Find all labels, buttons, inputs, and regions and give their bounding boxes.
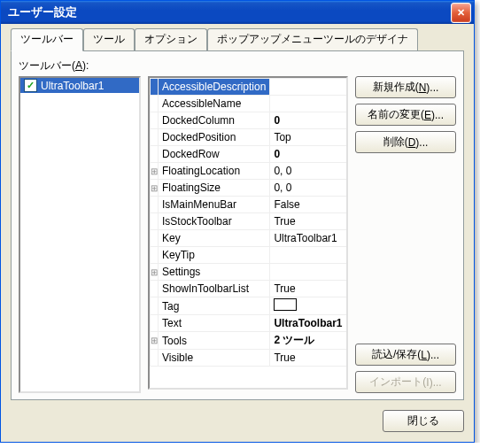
expand-spacer xyxy=(151,315,159,332)
tab-page-toolbars: ツールバー(A): ✓UltraToolbar1 AccessibleDescr… xyxy=(11,50,464,400)
property-name: AccessibleDescription xyxy=(159,79,270,96)
property-value[interactable]: 0, 0 xyxy=(270,180,346,197)
expand-spacer xyxy=(151,112,159,129)
tag-box-icon xyxy=(274,298,297,311)
property-name: Settings xyxy=(159,264,270,281)
property-row[interactable]: KeyUltraToolbar1 xyxy=(151,230,347,247)
property-name: ShowInToolbarList xyxy=(159,281,270,297)
property-value[interactable] xyxy=(270,264,346,281)
property-row[interactable]: DockedRow0 xyxy=(151,146,347,163)
property-name: DockedColumn xyxy=(159,112,270,129)
property-value[interactable] xyxy=(270,96,346,112)
property-row[interactable]: ⊞Tools2 ツール xyxy=(151,332,347,350)
property-row[interactable]: ⊞FloatingLocation0, 0 xyxy=(151,163,347,180)
close-icon[interactable]: ✕ xyxy=(451,3,471,23)
expand-spacer xyxy=(151,146,159,163)
property-value[interactable]: UltraToolbar1 xyxy=(270,315,346,332)
new-button[interactable]: 新規作成(N)... xyxy=(355,76,456,98)
tab-2[interactable]: オプション xyxy=(135,28,207,50)
property-name: DockedPosition xyxy=(159,129,270,146)
expand-spacer xyxy=(151,350,159,367)
property-row[interactable]: ⊞Settings xyxy=(151,264,347,281)
property-name: Tag xyxy=(159,297,270,315)
property-value[interactable]: 2 ツール xyxy=(270,332,346,350)
property-value[interactable]: 0 xyxy=(270,112,346,129)
property-value[interactable]: UltraToolbar1 xyxy=(270,230,346,247)
load-save-button[interactable]: 読込/保存(L)... xyxy=(355,344,456,366)
checkbox-icon[interactable]: ✓ xyxy=(24,79,37,92)
property-row[interactable]: Tag xyxy=(151,297,347,315)
list-item-label: UltraToolbar1 xyxy=(41,80,104,92)
property-value[interactable]: False xyxy=(270,197,346,213)
expand-spacer xyxy=(151,79,159,96)
property-value[interactable]: 0, 0 xyxy=(270,163,346,180)
property-name: FloatingLocation xyxy=(159,163,270,180)
button-column: 新規作成(N)... 名前の変更(E)... 削除(D)... 読込/保存(L)… xyxy=(355,76,456,393)
property-row[interactable]: TextUltraToolbar1 xyxy=(151,315,347,332)
expand-spacer xyxy=(151,297,159,315)
import-button: インポート(I)... xyxy=(355,371,456,393)
client-area: ツールバーツールオプションポップアップメニューツールのデザイナ ツールバー(A)… xyxy=(2,25,473,441)
tab-0[interactable]: ツールバー xyxy=(11,28,83,51)
property-row[interactable]: VisibleTrue xyxy=(151,350,347,367)
property-grid[interactable]: AccessibleDescriptionAccessibleNameDocke… xyxy=(148,76,348,390)
expand-icon[interactable]: ⊞ xyxy=(151,332,159,350)
property-row[interactable]: AccessibleDescription xyxy=(151,79,347,96)
window-title: ユーザー設定 xyxy=(8,4,451,20)
property-value[interactable] xyxy=(270,247,346,264)
expand-icon[interactable]: ⊞ xyxy=(151,163,159,180)
expand-spacer xyxy=(151,197,159,213)
rename-button[interactable]: 名前の変更(E)... xyxy=(355,104,456,126)
toolbar-list[interactable]: ✓UltraToolbar1 xyxy=(19,76,141,393)
expand-spacer xyxy=(151,213,159,230)
tab-1[interactable]: ツール xyxy=(83,28,135,50)
property-row[interactable]: ⊞FloatingSize0, 0 xyxy=(151,180,347,197)
property-name: Text xyxy=(159,315,270,332)
property-name: Visible xyxy=(159,350,270,367)
list-item[interactable]: ✓UltraToolbar1 xyxy=(20,78,139,93)
tabstrip: ツールバーツールオプションポップアップメニューツールのデザイナ xyxy=(11,32,464,50)
property-row[interactable]: AccessibleName xyxy=(151,96,347,112)
expand-icon[interactable]: ⊞ xyxy=(151,180,159,197)
property-row[interactable]: ShowInToolbarListTrue xyxy=(151,281,347,297)
property-name: KeyTip xyxy=(159,247,270,264)
spacer xyxy=(355,158,456,338)
property-name: FloatingSize xyxy=(159,180,270,197)
expand-spacer xyxy=(151,129,159,146)
toolbars-label: ツールバー(A): xyxy=(19,58,456,73)
expand-spacer xyxy=(151,281,159,297)
property-value[interactable] xyxy=(270,297,346,315)
property-name: Key xyxy=(159,230,270,247)
property-name: IsMainMenuBar xyxy=(159,197,270,213)
property-value[interactable]: Top xyxy=(270,129,346,146)
property-name: DockedRow xyxy=(159,146,270,163)
expand-spacer xyxy=(151,247,159,264)
property-value[interactable] xyxy=(270,79,346,96)
property-row[interactable]: IsStockToolbarTrue xyxy=(151,213,347,230)
close-button[interactable]: 閉じる xyxy=(383,410,464,432)
property-name: IsStockToolbar xyxy=(159,213,270,230)
layout-row: ✓UltraToolbar1 AccessibleDescriptionAcce… xyxy=(19,76,456,393)
property-name: AccessibleName xyxy=(159,96,270,112)
expand-spacer xyxy=(151,230,159,247)
property-row[interactable]: DockedColumn0 xyxy=(151,112,347,129)
delete-button[interactable]: 削除(D)... xyxy=(355,131,456,153)
titlebar: ユーザー設定 ✕ xyxy=(1,1,474,24)
property-row[interactable]: IsMainMenuBarFalse xyxy=(151,197,347,213)
expand-icon[interactable]: ⊞ xyxy=(151,264,159,281)
dialog-window: ユーザー設定 ✕ ツールバーツールオプションポップアップメニューツールのデザイナ… xyxy=(0,0,475,443)
bottom-buttons: 閉じる xyxy=(383,410,464,432)
property-value[interactable]: 0 xyxy=(270,146,346,163)
property-name: Tools xyxy=(159,332,270,350)
property-value[interactable]: True xyxy=(270,281,346,297)
property-row[interactable]: KeyTip xyxy=(151,247,347,264)
expand-spacer xyxy=(151,96,159,112)
property-value[interactable]: True xyxy=(270,213,346,230)
property-value[interactable]: True xyxy=(270,350,346,367)
property-row[interactable]: DockedPositionTop xyxy=(151,129,347,146)
tab-3[interactable]: ポップアップメニューツールのデザイナ xyxy=(207,28,418,50)
